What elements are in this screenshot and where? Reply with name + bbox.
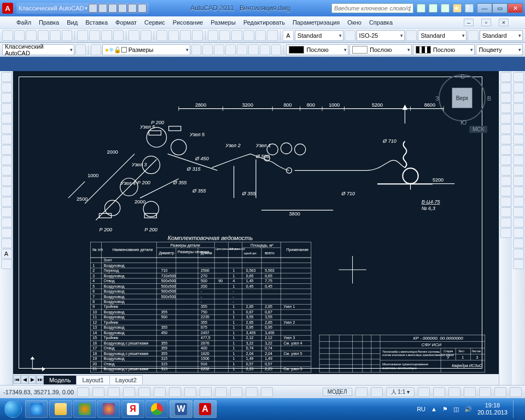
join-icon[interactable] <box>500 197 511 207</box>
close-button[interactable]: ✕ <box>508 3 523 13</box>
rotate-icon[interactable] <box>500 135 511 144</box>
cut-icon[interactable] <box>77 30 88 41</box>
plotstyle-dropdown[interactable]: Поцвету <box>476 44 523 55</box>
ducs-toggle[interactable] <box>184 387 196 397</box>
dim-diameter-icon[interactable] <box>513 186 524 196</box>
zoom-icon[interactable] <box>168 30 179 41</box>
dim-radius-icon[interactable] <box>513 176 524 186</box>
quickview-drawings-icon[interactable] <box>371 387 383 397</box>
point-icon[interactable] <box>1 197 12 207</box>
mirror-icon[interactable] <box>500 93 511 103</box>
tab-first-icon[interactable]: ⏮ <box>13 375 21 384</box>
doc-close-button[interactable]: × <box>499 19 509 26</box>
snap-toggle[interactable] <box>77 387 89 397</box>
infocenter-search-icon[interactable] <box>417 4 425 13</box>
toolpalette-icon[interactable] <box>231 30 242 41</box>
layer-uniso-icon[interactable] <box>225 44 236 55</box>
qp-toggle[interactable] <box>246 387 258 397</box>
trim-icon[interactable] <box>500 166 511 176</box>
layer-prev-icon[interactable] <box>191 44 202 55</box>
help-search-input[interactable] <box>331 3 413 13</box>
layer-match-icon[interactable] <box>271 44 282 55</box>
osnap-toggle[interactable] <box>138 387 150 397</box>
copy-icon[interactable] <box>89 30 100 41</box>
array-icon[interactable] <box>500 114 511 124</box>
layer-states-icon[interactable] <box>202 44 213 55</box>
dim-ord-icon[interactable] <box>513 197 524 207</box>
menu-draw[interactable]: Рисование <box>173 19 203 26</box>
qat-new-icon[interactable] <box>89 4 97 13</box>
props-icon[interactable] <box>208 30 219 41</box>
tray-clock[interactable]: 19:1820.01.2013 <box>477 402 508 416</box>
insert-icon[interactable] <box>1 176 12 186</box>
fillet-icon[interactable] <box>500 218 511 228</box>
qat-redo-icon[interactable] <box>128 4 137 13</box>
move-icon[interactable] <box>500 124 511 134</box>
ellipsearc-icon[interactable] <box>1 166 12 176</box>
polar-toggle[interactable] <box>123 387 135 397</box>
dim-linear-icon[interactable] <box>513 135 524 144</box>
calc-icon[interactable] <box>267 30 278 41</box>
textstyle-dropdown[interactable]: Standard <box>295 30 343 41</box>
open-icon[interactable] <box>14 30 25 41</box>
back-icon[interactable] <box>513 83 524 92</box>
annoscale-button[interactable]: 人 1:1 ▾ <box>386 387 415 397</box>
toolbar-lock-icon[interactable] <box>464 387 476 397</box>
match-icon[interactable] <box>113 30 124 41</box>
tpy-toggle[interactable] <box>230 387 242 397</box>
favorites-icon[interactable]: ★ <box>453 4 462 13</box>
zoom-window-icon[interactable] <box>180 30 191 41</box>
pline-icon[interactable] <box>1 83 12 92</box>
rectangle-icon[interactable] <box>1 103 12 113</box>
grid-toggle[interactable] <box>92 387 104 397</box>
front-icon[interactable] <box>513 72 524 82</box>
save-icon[interactable] <box>26 30 37 41</box>
tray-shield-icon[interactable]: ▲ <box>431 406 437 412</box>
stretch-icon[interactable] <box>500 155 511 165</box>
doc-minimize-button[interactable]: – <box>464 19 474 26</box>
wipeout-icon[interactable] <box>513 114 524 124</box>
dyn-toggle[interactable] <box>200 387 212 397</box>
tab-layout1[interactable]: Layout1 <box>76 375 109 384</box>
qat-print-icon[interactable] <box>138 4 147 13</box>
layer-off-icon[interactable] <box>248 44 259 55</box>
layer-make-icon[interactable] <box>260 44 270 55</box>
layer-freeze2-icon[interactable] <box>237 44 247 55</box>
layer-iso-icon[interactable] <box>214 44 224 55</box>
region-icon[interactable] <box>1 228 12 238</box>
offset-icon[interactable] <box>500 103 511 113</box>
taskbar-explorer[interactable] <box>49 400 72 418</box>
qat-open-icon[interactable] <box>98 4 107 13</box>
color-dropdown[interactable]: Послою <box>286 44 348 55</box>
show-desktop-button[interactable] <box>513 400 518 418</box>
gradient-icon[interactable] <box>1 218 12 228</box>
undo-icon[interactable] <box>129 30 139 41</box>
taskbar-mediaplayer[interactable] <box>73 400 96 418</box>
tray-flag-icon[interactable]: ⚑ <box>442 406 448 413</box>
mlstyle-dropdown[interactable]: Standard <box>480 30 523 41</box>
dim-arc-icon[interactable] <box>513 166 524 176</box>
qat-save-icon[interactable] <box>108 4 117 13</box>
ellipse-icon[interactable] <box>1 155 12 165</box>
below-icon[interactable] <box>513 103 524 113</box>
clean-screen-icon[interactable] <box>510 387 522 397</box>
dimstyle-dropdown[interactable]: ISO-25 <box>357 30 405 41</box>
autocad-logo-icon[interactable]: A <box>2 3 13 14</box>
mtext-icon[interactable]: A <box>1 249 12 259</box>
workspace-settings-icon[interactable] <box>75 44 86 55</box>
exchange-icon[interactable] <box>441 4 450 13</box>
chamfer-icon[interactable] <box>500 207 511 217</box>
menu-insert[interactable]: Вставка <box>85 19 108 26</box>
hatch-icon[interactable] <box>1 207 12 217</box>
textstyle-icon[interactable]: A <box>283 30 294 41</box>
tablestyle-dropdown[interactable]: Standard <box>418 30 466 41</box>
plot-icon[interactable] <box>38 30 49 41</box>
menu-tools[interactable]: Сервис <box>144 19 165 26</box>
menu-file[interactable]: Файл <box>16 19 31 26</box>
erase-icon[interactable] <box>500 72 511 82</box>
tray-volume-icon[interactable]: 🔊 <box>464 406 472 413</box>
designcenter-icon[interactable] <box>219 30 230 41</box>
lwt-toggle[interactable] <box>215 387 227 397</box>
taskbar-autocad[interactable]: A <box>194 400 217 418</box>
above-icon[interactable] <box>513 93 524 103</box>
